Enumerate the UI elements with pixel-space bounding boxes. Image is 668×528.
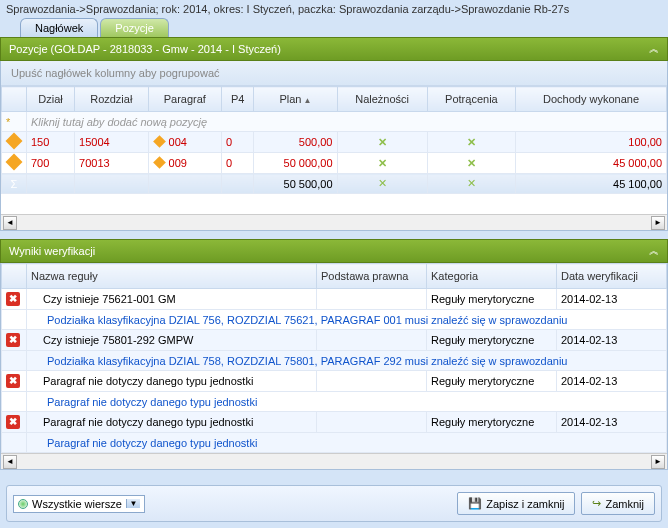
rule-row[interactable]: ✖ Czy istnieje 75621-001 GM Reguły meryt… xyxy=(2,289,667,310)
col-rule-name[interactable]: Nazwa reguły xyxy=(27,264,317,289)
clear-icon[interactable]: ✕ xyxy=(427,153,515,174)
clear-icon[interactable]: ✕ xyxy=(427,132,515,153)
indicator-col xyxy=(2,87,27,112)
rule-basis xyxy=(317,330,427,351)
verify-panel-header: Wyniki weryfikacji ︽ xyxy=(0,239,668,263)
rule-detail-text: Podziałka klasyfikacyjna DZIAL 758, ROZD… xyxy=(27,351,667,371)
tab-bar: Nagłówek Pozycje xyxy=(0,18,668,37)
indicator-col xyxy=(2,264,27,289)
col-rozdzial[interactable]: Rozdział xyxy=(75,87,149,112)
rule-date: 2014-02-13 xyxy=(557,412,667,433)
clear-icon[interactable]: ✕ xyxy=(337,174,427,194)
chevron-down-icon[interactable]: ▼ xyxy=(126,499,140,508)
tab-positions[interactable]: Pozycje xyxy=(100,18,169,37)
error-icon: ✖ xyxy=(2,412,27,433)
cell-dzial[interactable]: 700 xyxy=(27,153,75,174)
rule-detail-row: Paragraf nie dotyczy danego typu jednost… xyxy=(2,433,667,453)
col-basis[interactable]: Podstawa prawna xyxy=(317,264,427,289)
summary-row: Σ 50 500,00 ✕ ✕ 45 100,00 xyxy=(2,174,667,194)
rule-row[interactable]: ✖ Czy istnieje 75801-292 GMPW Reguły mer… xyxy=(2,330,667,351)
rule-detail-row: Paragraf nie dotyczy danego typu jednost… xyxy=(2,392,667,412)
table-row[interactable]: 700 70013 009 0 50 000,00 ✕ ✕ 45 000,00 xyxy=(2,153,667,174)
clear-icon[interactable]: ✕ xyxy=(427,174,515,194)
radio-icon xyxy=(18,499,28,509)
cell-paragraf[interactable]: 009 xyxy=(148,153,222,174)
new-row-hint[interactable]: Kliknij tutaj aby dodać nową pozycję xyxy=(27,112,667,132)
group-by-hint[interactable]: Upuść nagłówek kolumny aby pogrupować xyxy=(1,61,667,86)
save-icon: 💾 xyxy=(468,497,482,510)
sum-dochody: 45 100,00 xyxy=(516,174,667,194)
warn-icon xyxy=(2,153,27,174)
collapse-icon[interactable]: ︽ xyxy=(649,244,659,258)
h-scrollbar[interactable]: ◄ ► xyxy=(1,214,667,230)
rule-detail-row: Podziałka klasyfikacyjna DZIAL 756, ROZD… xyxy=(2,310,667,330)
rule-cat: Reguły merytoryczne xyxy=(427,371,557,392)
close-label: Zamknij xyxy=(605,498,644,510)
save-label: Zapisz i zamknij xyxy=(486,498,564,510)
rule-detail-text: Paragraf nie dotyczy danego typu jednost… xyxy=(27,433,667,453)
rule-date: 2014-02-13 xyxy=(557,330,667,351)
sort-asc-icon: ▲ xyxy=(303,96,311,105)
rule-basis xyxy=(317,412,427,433)
cell-dochody[interactable]: 100,00 xyxy=(516,132,667,153)
close-button[interactable]: ↪ Zamknij xyxy=(581,492,655,515)
scroll-right-icon[interactable]: ► xyxy=(651,455,665,469)
col-date[interactable]: Data weryfikacji xyxy=(557,264,667,289)
rule-row[interactable]: ✖ Paragraf nie dotyczy danego typu jedno… xyxy=(2,412,667,433)
new-row[interactable]: * Kliknij tutaj aby dodać nową pozycję xyxy=(2,112,667,132)
cell-plan[interactable]: 50 000,00 xyxy=(254,153,337,174)
sum-plan: 50 500,00 xyxy=(254,174,337,194)
error-icon: ✖ xyxy=(2,330,27,351)
cell-rozdzial[interactable]: 15004 xyxy=(75,132,149,153)
rule-date: 2014-02-13 xyxy=(557,289,667,310)
col-paragraf[interactable]: Paragraf xyxy=(148,87,222,112)
cell-p4[interactable]: 0 xyxy=(222,132,254,153)
rule-name: Paragraf nie dotyczy danego typu jednost… xyxy=(27,412,317,433)
col-naleznosci[interactable]: Należności xyxy=(337,87,427,112)
error-icon: ✖ xyxy=(2,371,27,392)
rule-detail-text: Podziałka klasyfikacyjna DZIAL 756, ROZD… xyxy=(27,310,667,330)
scroll-left-icon[interactable]: ◄ xyxy=(3,216,17,230)
table-row[interactable]: 150 15004 004 0 500,00 ✕ ✕ 100,00 xyxy=(2,132,667,153)
star-icon: * xyxy=(2,112,27,132)
save-close-button[interactable]: 💾 Zapisz i zamknij xyxy=(457,492,575,515)
col-dochody[interactable]: Dochody wykonane xyxy=(516,87,667,112)
rule-cat: Reguły merytoryczne xyxy=(427,412,557,433)
cell-dzial[interactable]: 150 xyxy=(27,132,75,153)
close-icon: ↪ xyxy=(592,497,601,510)
col-potracenia[interactable]: Potrącenia xyxy=(427,87,515,112)
warn-icon xyxy=(2,132,27,153)
rule-detail-text: Paragraf nie dotyczy danego typu jednost… xyxy=(27,392,667,412)
cell-dochody[interactable]: 45 000,00 xyxy=(516,153,667,174)
cell-paragraf[interactable]: 004 xyxy=(148,132,222,153)
clear-icon[interactable]: ✕ xyxy=(337,132,427,153)
scroll-right-icon[interactable]: ► xyxy=(651,216,665,230)
clear-icon[interactable]: ✕ xyxy=(337,153,427,174)
col-category[interactable]: Kategoria xyxy=(427,264,557,289)
rule-cat: Reguły merytoryczne xyxy=(427,289,557,310)
rule-date: 2014-02-13 xyxy=(557,371,667,392)
breadcrumb: Sprawozdania->Sprawozdania; rok: 2014, o… xyxy=(0,0,668,18)
filter-label: Wszystkie wiersze xyxy=(32,498,122,510)
col-dzial[interactable]: Dział xyxy=(27,87,75,112)
cell-rozdzial[interactable]: 70013 xyxy=(75,153,149,174)
rule-name: Paragraf nie dotyczy danego typu jednost… xyxy=(27,371,317,392)
rule-basis xyxy=(317,289,427,310)
rule-name: Czy istnieje 75801-292 GMPW xyxy=(27,330,317,351)
cell-plan[interactable]: 500,00 xyxy=(254,132,337,153)
rule-name: Czy istnieje 75621-001 GM xyxy=(27,289,317,310)
col-plan[interactable]: Plan▲ xyxy=(254,87,337,112)
collapse-icon[interactable]: ︽ xyxy=(649,42,659,56)
cell-p4[interactable]: 0 xyxy=(222,153,254,174)
verify-panel-title: Wyniki weryfikacji xyxy=(9,245,95,257)
col-p4[interactable]: P4 xyxy=(222,87,254,112)
scroll-left-icon[interactable]: ◄ xyxy=(3,455,17,469)
column-header-row: Dział Rozdział Paragraf P4 Plan▲ Należno… xyxy=(2,87,667,112)
rule-row[interactable]: ✖ Paragraf nie dotyczy danego typu jedno… xyxy=(2,371,667,392)
rule-cat: Reguły merytoryczne xyxy=(427,330,557,351)
h-scrollbar[interactable]: ◄ ► xyxy=(1,453,667,469)
filter-combo[interactable]: Wszystkie wiersze ▼ xyxy=(13,495,145,513)
tab-header[interactable]: Nagłówek xyxy=(20,18,98,37)
verify-grid: Nazwa reguły Podstawa prawna Kategoria D… xyxy=(0,263,668,470)
rule-detail-row: Podziałka klasyfikacyjna DZIAL 758, ROZD… xyxy=(2,351,667,371)
